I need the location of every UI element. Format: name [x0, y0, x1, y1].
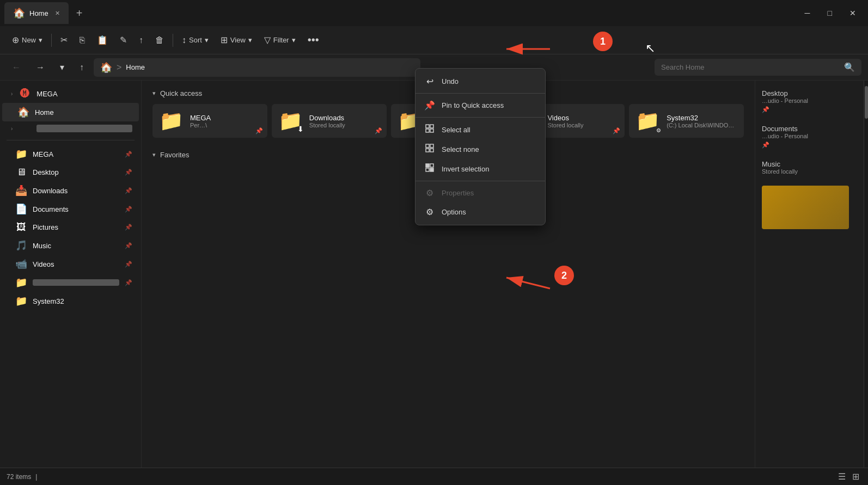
- grid-view-icon[interactable]: ⊞: [850, 470, 861, 483]
- sidebar-item-music[interactable]: 🎵 Music 📌: [7, 236, 139, 255]
- svg-rect-2: [426, 125, 429, 128]
- home-tab[interactable]: 🏠 Home ✕: [4, 2, 69, 24]
- dropdown-button[interactable]: ▾: [54, 59, 70, 76]
- menu-item-options[interactable]: ⚙ Options: [415, 202, 545, 222]
- annotation-badge-2: 2: [554, 266, 574, 285]
- svg-rect-12: [426, 168, 429, 171]
- sidebar-item-blurred2[interactable]: 📁 📌: [7, 273, 139, 292]
- system32-folder-name: System32: [667, 114, 737, 122]
- mega-folder-sub: Per…\: [190, 122, 261, 128]
- back-button[interactable]: ←: [7, 59, 26, 76]
- menu-item-select-none[interactable]: Select none: [415, 139, 545, 159]
- folder-card-mega[interactable]: 📁 MEGA Per…\ 📌: [152, 104, 267, 138]
- home-tab-icon: 🏠: [13, 7, 25, 19]
- forward-button[interactable]: →: [30, 59, 50, 76]
- copy-icon: ⎘: [80, 35, 85, 45]
- more-button[interactable]: •••: [302, 30, 325, 50]
- menu-properties-label: Properties: [442, 189, 474, 197]
- menu-item-select-all[interactable]: Select all: [415, 120, 545, 139]
- toolbar: ⊕ New ▾ ✂ ⎘ 📋 ✎ ↑ 🗑 ↕ Sort ▾ ⊞ View ▾ ▽ …: [0, 26, 868, 54]
- sidebar-item-pictures[interactable]: 🖼 Pictures 📌: [7, 218, 139, 236]
- sidebar-item-downloads[interactable]: 📥 Downloads 📌: [7, 181, 139, 200]
- new-icon: ⊕: [12, 35, 19, 45]
- desktop-icon: 🖥: [15, 167, 27, 178]
- sidebar-item-documents[interactable]: 📄 Documents 📌: [7, 200, 139, 218]
- context-menu: ↩ Undo 📌 Pin to Quick access Select all: [415, 68, 546, 225]
- sidebar: › 🅜 MEGA 🏠 Home › 📁 MEGA 📌: [0, 81, 142, 468]
- mega-qa-icon: 📁: [15, 148, 27, 160]
- scrollbar[interactable]: [864, 81, 868, 468]
- up-button[interactable]: ↑: [74, 59, 89, 76]
- sidebar-item-videos[interactable]: 📹 Videos 📌: [7, 255, 139, 273]
- music-pin-icon: 📌: [125, 242, 132, 249]
- filter-button[interactable]: ▽ Filter ▾: [259, 32, 301, 48]
- mega-folder-info: MEGA Per…\: [190, 114, 261, 128]
- folder-card-system32[interactable]: 📁 ⚙ System32 (C:) Local Disk\WINDOWS: [629, 104, 744, 138]
- rename-button[interactable]: ✎: [114, 32, 132, 48]
- sort-button[interactable]: ↕ Sort ▾: [176, 32, 214, 48]
- sidebar-item-system32[interactable]: 📁 System32: [7, 292, 139, 310]
- right-panel-documents-pin: 📌: [762, 142, 769, 148]
- sidebar-item-mega-qa[interactable]: 📁 MEGA 📌: [7, 145, 139, 163]
- address-field[interactable]: 🏠 > Home: [94, 58, 420, 77]
- menu-options-label: Options: [442, 208, 466, 216]
- videos-folder-sub: Stored locally: [547, 122, 618, 128]
- list-view-icon[interactable]: ☰: [836, 470, 848, 483]
- videos-folder-pin-icon: 📌: [613, 127, 620, 134]
- title-bar: 🏠 Home ✕ + ─ □ ✕: [0, 0, 868, 26]
- folder-card-downloads[interactable]: 📁 ⬇ Downloads Stored locally 📌: [272, 104, 387, 138]
- sidebar-item-blurred[interactable]: ›: [2, 121, 139, 136]
- close-button[interactable]: ✕: [842, 5, 864, 21]
- downloads-icon: 📥: [15, 185, 27, 197]
- delete-button[interactable]: 🗑: [150, 32, 169, 48]
- system32-folder-info: System32 (C:) Local Disk\WINDOWS: [667, 114, 737, 128]
- blurred2-icon: 📁: [15, 277, 27, 288]
- paste-button[interactable]: 📋: [91, 32, 113, 48]
- right-panel-desktop-sub: …udio - Personal: [762, 97, 857, 104]
- scrollbar-thumb[interactable]: [865, 86, 868, 119]
- menu-item-invert[interactable]: Invert selection: [415, 159, 545, 179]
- svg-rect-4: [426, 129, 429, 132]
- view-arrow-icon: ▾: [248, 36, 252, 44]
- sidebar-item-mega[interactable]: › 🅜 MEGA: [2, 85, 139, 103]
- search-field[interactable]: 🔍: [655, 59, 861, 76]
- favorites-label: Favorites: [160, 151, 189, 159]
- downloads-pin-icon: 📌: [125, 187, 132, 194]
- delete-icon: 🗑: [155, 35, 164, 45]
- home-sidebar-icon: 🏠: [17, 106, 29, 118]
- search-input[interactable]: [661, 63, 840, 71]
- sidebar-music-label: Music: [33, 242, 119, 250]
- new-tab-button[interactable]: +: [72, 5, 87, 22]
- share-button[interactable]: ↑: [133, 32, 149, 48]
- svg-rect-9: [430, 149, 433, 152]
- cut-button[interactable]: ✂: [55, 32, 73, 48]
- search-icon: 🔍: [844, 62, 855, 72]
- sidebar-desktop-label: Desktop: [33, 168, 119, 176]
- view-button[interactable]: ⊞ View ▾: [215, 32, 258, 48]
- pictures-icon: 🖼: [15, 222, 27, 233]
- minimize-button[interactable]: ─: [797, 5, 818, 21]
- right-panel-documents-sub: …udio - Personal: [762, 133, 857, 139]
- new-label: New: [22, 36, 36, 44]
- blurred2-pin-icon: 📌: [125, 279, 132, 286]
- new-button[interactable]: ⊕ New ▾: [7, 32, 48, 48]
- documents-pin-icon: 📌: [125, 206, 132, 213]
- system32-overlay-icon: ⚙: [656, 127, 661, 133]
- quick-access-chevron: ▾: [152, 90, 156, 97]
- right-panel-music: Music Stored locally: [762, 160, 857, 175]
- sidebar-item-desktop[interactable]: 🖥 Desktop 📌: [7, 163, 139, 181]
- copy-button[interactable]: ⎘: [74, 32, 90, 48]
- svg-rect-11: [430, 164, 433, 167]
- downloads-folder-info: Downloads Stored locally: [309, 114, 380, 128]
- right-panel-music-sub: Stored locally: [762, 168, 857, 175]
- home-tab-close[interactable]: ✕: [55, 10, 60, 17]
- sidebar-item-home[interactable]: 🏠 Home: [2, 103, 139, 121]
- menu-item-pin[interactable]: 📌 Pin to Quick access: [415, 96, 545, 115]
- view-icons: ☰ ⊞: [836, 470, 861, 483]
- filter-arrow-icon: ▾: [292, 36, 296, 44]
- menu-item-undo[interactable]: ↩ Undo: [415, 72, 545, 91]
- sidebar-divider: [7, 140, 135, 140]
- maximize-button[interactable]: □: [820, 5, 840, 21]
- system32-folder-sub: (C:) Local Disk\WINDOWS: [667, 122, 737, 128]
- sidebar-blurred-label: [36, 125, 132, 132]
